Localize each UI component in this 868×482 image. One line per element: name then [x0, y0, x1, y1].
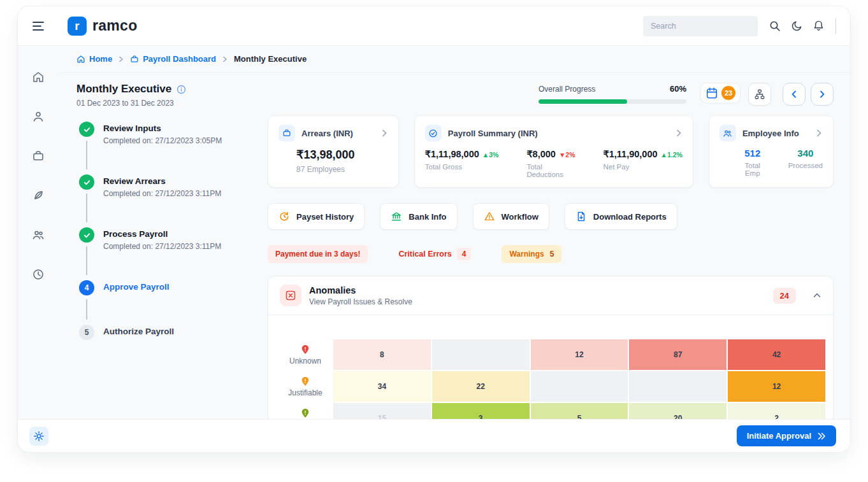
anomalies-icon-bg — [280, 285, 301, 306]
content: Monthly Executive 01 Dec 2023 to 31 Dec … — [59, 73, 850, 452]
step-process-payroll[interactable]: Process Payroll Completed on: 27/12/2023… — [79, 227, 268, 280]
app-body: Home Payroll Dashboard Monthly Executive… — [18, 46, 850, 452]
employee-info-card[interactable]: Employee Info 512 Total Emp — [709, 115, 834, 188]
page-header: Monthly Executive 01 Dec 2023 to 31 Dec … — [76, 83, 834, 108]
team-icon — [723, 129, 732, 138]
app-window: r ramco — [18, 6, 850, 452]
chevron-right-icon — [380, 129, 388, 137]
bank-info-button[interactable]: Bank Info — [380, 203, 457, 230]
search-input[interactable] — [651, 22, 753, 31]
breadcrumb: Home Payroll Dashboard Monthly Executive — [59, 46, 850, 73]
payroll-summary-card[interactable]: Payroll Summary (INR) ₹1,11,98,000 — [414, 115, 693, 188]
brand-logo-mark: r — [68, 17, 87, 36]
critical-errors-alert[interactable]: Critical Errors 4 — [398, 248, 471, 260]
check-icon — [83, 231, 91, 239]
calendar-button[interactable]: 23 — [700, 83, 741, 103]
briefcase-icon — [282, 129, 291, 138]
step-title: Review Arrears — [103, 174, 221, 186]
payroll-stepper: Review Inputs Completed on: 27/12/2023 3… — [76, 115, 268, 452]
topbar: r ramco — [18, 6, 850, 46]
step-approve-payroll[interactable]: 4 Approve Payroll — [79, 280, 268, 325]
chevron-right-icon — [675, 129, 683, 137]
chevron-up-icon — [813, 291, 821, 300]
previous-button[interactable] — [783, 83, 806, 106]
heatmap-cell[interactable]: 42 — [728, 339, 825, 370]
download-reports-button[interactable]: Download Reports — [565, 203, 677, 230]
step-authorize-payroll[interactable]: 5 Authorize Payroll — [79, 325, 268, 369]
calendar-icon — [705, 87, 718, 99]
payroll-metrics: ₹1,11,98,000 ▲3% Total Gross ₹8,000 — [425, 149, 683, 178]
alerts-row: Payment due in 3 days! Critical Errors 4… — [268, 245, 834, 263]
progress-bar — [539, 99, 686, 104]
heatmap-cell[interactable]: 22 — [432, 371, 530, 402]
employee-info-card-icon-bg — [720, 125, 736, 141]
severity-justifiable-icon — [301, 376, 310, 386]
arrears-card-title: Arrears (INR) — [301, 129, 353, 138]
heatmap-cell[interactable] — [531, 371, 628, 402]
trend-down-icon: ▼ — [559, 151, 565, 159]
sidebar-item-requests[interactable] — [27, 185, 49, 206]
page-title: Monthly Executive — [76, 83, 171, 96]
heatmap-row-label-text: Justifiable — [288, 388, 322, 397]
settings-button[interactable] — [29, 427, 48, 446]
brand-logo[interactable]: r ramco — [68, 17, 138, 36]
approve-forward-icon — [817, 432, 826, 441]
sidebar-item-history[interactable] — [27, 264, 49, 285]
brand-logo-text: ramco — [92, 17, 138, 34]
arrears-card-expand[interactable] — [380, 129, 388, 137]
metric-label: Total Deductions — [526, 163, 575, 178]
workflow-label: Workflow — [502, 212, 539, 222]
step-review-inputs[interactable]: Review Inputs Completed on: 27/12/2023 3… — [79, 122, 268, 174]
notifications-button[interactable] — [807, 15, 829, 37]
sidebar-item-profile[interactable] — [27, 106, 49, 127]
employee-info-card-expand[interactable] — [815, 129, 823, 137]
heatmap-cell[interactable] — [432, 339, 530, 370]
severity-acceptable-icon — [301, 408, 310, 418]
step-text: Approve Payroll — [103, 280, 170, 295]
payset-history-button[interactable]: Payset History — [268, 203, 365, 230]
heatmap-cell[interactable] — [629, 371, 727, 402]
dashboard-column: Arrears (INR) ₹13,98,000 87 Employees — [268, 115, 834, 452]
sidebar-item-team[interactable] — [27, 224, 49, 246]
initiate-approval-button[interactable]: Initiate Approval — [737, 425, 836, 446]
topbar-divider — [835, 18, 836, 34]
arrears-amount: ₹13,98,000 — [296, 148, 388, 162]
progress-percent: 60% — [670, 84, 686, 94]
heatmap-cell[interactable]: 87 — [629, 339, 727, 370]
breadcrumb-payroll-dashboard[interactable]: Payroll Dashboard — [130, 54, 216, 64]
metric-total-gross: ₹1,11,98,000 ▲3% Total Gross — [425, 149, 499, 178]
hamburger-menu-button[interactable] — [18, 22, 59, 31]
payroll-summary-card-expand[interactable] — [675, 129, 683, 137]
heatmap-cell[interactable]: 34 — [333, 371, 431, 402]
search-button[interactable] — [764, 15, 786, 37]
heatmap-cell[interactable]: 8 — [333, 339, 431, 370]
sidebar-item-payroll[interactable] — [27, 145, 49, 167]
workflow-button[interactable]: Workflow — [473, 203, 549, 230]
anomalies-title: Anomalies — [309, 285, 412, 295]
heatmap-cell[interactable]: 12 — [531, 339, 628, 370]
breadcrumb-separator-icon — [118, 56, 124, 62]
stat-label: Processed — [788, 162, 823, 169]
heatmap-row-label-text: Unknown — [289, 357, 321, 365]
search-box[interactable] — [643, 16, 758, 36]
quill-icon — [32, 189, 45, 202]
warnings-alert[interactable]: Warnings 5 — [502, 245, 561, 263]
info-icon[interactable] — [177, 85, 186, 94]
metric-delta: 1.2% — [667, 151, 683, 159]
sidebar-item-home[interactable] — [27, 66, 49, 88]
payroll-summary-card-title: Payroll Summary (INR) — [448, 129, 538, 138]
anomalies-collapse-button[interactable] — [813, 291, 821, 300]
step-text: Review Arrears Completed on: 27/12/2023 … — [103, 174, 221, 198]
workflow-view-button[interactable] — [748, 83, 771, 106]
arrears-card[interactable]: Arrears (INR) ₹13,98,000 87 Employees — [268, 115, 399, 188]
dark-mode-toggle[interactable] — [786, 15, 807, 37]
next-button[interactable] — [811, 83, 834, 106]
breadcrumb-current: Monthly Executive — [234, 54, 307, 64]
step-title: Approve Payroll — [103, 280, 170, 292]
anomalies-header: Anomalies View Payroll Issues & Resolve … — [268, 276, 833, 315]
metric-net-pay: ₹1,11,90,000 ▲1.2% Net Pay — [604, 149, 683, 178]
breadcrumb-home[interactable]: Home — [76, 54, 112, 64]
content-columns: Review Inputs Completed on: 27/12/2023 3… — [76, 115, 834, 452]
heatmap-cell[interactable]: 12 — [728, 371, 825, 402]
step-review-arrears[interactable]: Review Arrears Completed on: 27/12/2023 … — [79, 174, 268, 227]
